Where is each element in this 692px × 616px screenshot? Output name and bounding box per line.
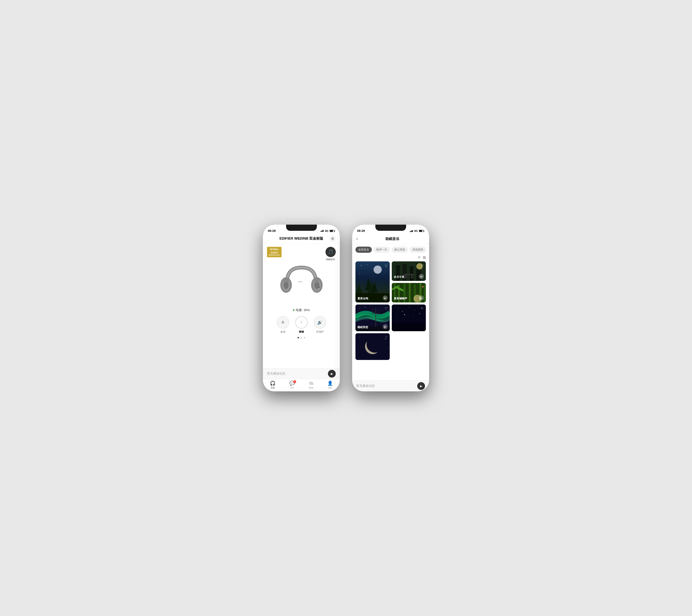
signal-bars-2 — [410, 230, 413, 232]
network-type-1: 4G — [325, 229, 328, 232]
hires-hi: Hi-Res — [268, 248, 280, 251]
category-tabs: 全部音乐 蛙声一片 静心冥想 浪花悠悠 — [352, 244, 429, 255]
battery-icon-2 — [419, 230, 424, 232]
standard-label: 标准 — [281, 330, 285, 334]
tab-shop[interactable]: 🛍 商城 — [309, 381, 313, 389]
svg-point-57 — [397, 317, 397, 317]
hires-audio: AUDIO — [268, 251, 280, 254]
cat-meditation[interactable]: 静心冥想 — [392, 247, 408, 253]
noise-label: 降噪 — [299, 330, 304, 334]
back-button[interactable]: ‹ — [356, 236, 358, 241]
svg-point-48 — [365, 307, 365, 307]
battery-indicator — [293, 309, 295, 311]
phone-2: 08:28 4G ‹ 助眠音乐 — [352, 225, 429, 391]
svg-point-68 — [388, 347, 389, 348]
cat-wave[interactable]: 浪花悠悠 — [410, 247, 426, 253]
svg-text:edifier: edifier — [298, 281, 303, 283]
svg-point-15 — [359, 274, 359, 274]
music-card-starry[interactable]: ♡ — [392, 304, 426, 331]
svg-point-54 — [409, 307, 409, 307]
sleep-music-button[interactable]: 🎵 助眠音乐 — [325, 247, 336, 261]
svg-point-52 — [398, 308, 398, 309]
hires-badge: Hi-Res AUDIO WIRELESS — [267, 247, 282, 257]
svg-point-50 — [388, 311, 389, 312]
title-sleep: 睡眠冥想 — [358, 325, 368, 329]
bar1 — [410, 231, 410, 232]
noise-icon: ⫶ — [300, 320, 302, 324]
tab-headphone[interactable]: 🎧 耳机 — [270, 381, 275, 389]
svg-rect-3 — [284, 279, 288, 282]
music-grid: ♡ 夏夜虫鸣 ▶ — [352, 261, 429, 360]
p1-title: EDIFIER W820NB 双金标版 — [280, 236, 323, 241]
svg-point-10 — [373, 265, 382, 274]
svg-rect-8 — [315, 279, 319, 282]
now-playing-2: 暂无播放信息 ▶ — [352, 380, 429, 391]
bar2 — [321, 231, 322, 232]
svg-point-59 — [413, 316, 413, 316]
p2-header: ‹ 助眠音乐 — [352, 234, 429, 244]
mode-buttons: A 标准 ⫶ 降噪 🔊 环境声 — [277, 316, 326, 334]
play-huanle[interactable]: ▶ — [419, 274, 424, 279]
svg-rect-26 — [404, 274, 414, 275]
svg-rect-62 — [392, 323, 426, 331]
ambient-label: 环境声 — [316, 330, 324, 334]
settings-button[interactable]: ⊙ — [329, 235, 336, 242]
cat-all-music[interactable]: 全部音乐 — [355, 247, 372, 253]
svg-point-58 — [404, 314, 405, 315]
music-card-xiaya[interactable]: ♡ 夏夜虫鸣 ▶ — [355, 261, 390, 302]
cat-frog[interactable]: 蛙声一片 — [373, 247, 390, 253]
time-2: 08:28 — [357, 229, 365, 232]
play-sleep[interactable]: ▶ — [383, 324, 388, 329]
settings-icon: ⊙ — [331, 236, 334, 240]
tab-shop-label: 商城 — [309, 386, 313, 389]
network-type-2: 4G — [414, 229, 418, 232]
play-xiaya[interactable]: ▶ — [383, 296, 388, 300]
dot-1 — [298, 337, 299, 338]
heart-moon[interactable]: ♡ — [385, 335, 388, 339]
heart-xiaya[interactable]: ♡ — [385, 263, 388, 267]
play-button-2[interactable]: ▶ — [417, 382, 425, 390]
heart-huanle[interactable]: ♡ — [421, 263, 424, 267]
svg-point-55 — [415, 310, 415, 311]
view-controls: ≡ ⊞ — [352, 255, 429, 261]
music-card-huanle[interactable]: ♡ 欢乐午夜 ▶ — [392, 261, 426, 281]
music-card-moon[interactable]: ♡ — [355, 333, 390, 360]
mode-standard[interactable]: A 标准 — [277, 316, 289, 334]
play-cricket[interactable]: ▶ — [419, 296, 424, 300]
svg-point-60 — [419, 313, 420, 314]
music-card-cricket[interactable]: ♥ 夏夜蛐蛐声 ▶ — [392, 283, 426, 302]
phone-1: 08:28 4G — [263, 225, 340, 391]
svg-rect-37 — [424, 284, 426, 302]
heart-cricket[interactable]: ♥ — [422, 285, 424, 289]
bar4 — [323, 230, 324, 232]
svg-point-14 — [371, 268, 372, 269]
signal-text-1 — [321, 230, 324, 232]
grid-view-icon[interactable]: ⊞ — [423, 255, 426, 260]
tab-headphone-label: 耳机 — [271, 386, 275, 389]
svg-point-61 — [425, 318, 425, 318]
tab-mine[interactable]: 👤 我的 — [327, 381, 333, 389]
tab-community[interactable]: 💬 N 社区 — [289, 381, 295, 389]
svg-point-65 — [367, 336, 383, 353]
heart-starry[interactable]: ♡ — [421, 306, 424, 311]
svg-rect-34 — [409, 283, 410, 302]
heart-sleep[interactable]: ♡ — [385, 306, 388, 311]
play-button-1[interactable]: ▶ — [328, 370, 336, 378]
notch-2 — [375, 225, 406, 231]
svg-rect-27 — [405, 275, 407, 278]
mode-noise[interactable]: ⫶ 降噪 — [295, 316, 308, 334]
now-playing-text-2: 暂无播放信息 — [356, 384, 417, 388]
battery-info: 电量: 35% — [293, 308, 310, 312]
music-card-sleep[interactable]: ♡ 睡眠冥想 ▶ — [355, 304, 390, 331]
mode-ambient[interactable]: 🔊 环境声 — [314, 316, 326, 334]
bar3 — [322, 230, 323, 232]
title-huanle: 欢乐午夜 — [394, 275, 405, 279]
ambient-icon: 🔊 — [317, 320, 322, 325]
svg-point-47 — [360, 308, 360, 309]
tab-mine-label: 我的 — [328, 386, 332, 389]
svg-point-7 — [318, 286, 320, 288]
hires-wireless: WIRELESS — [268, 254, 280, 256]
standard-icon-circle: A — [277, 316, 289, 328]
list-view-icon[interactable]: ≡ — [418, 255, 420, 260]
page-dots — [298, 337, 305, 338]
